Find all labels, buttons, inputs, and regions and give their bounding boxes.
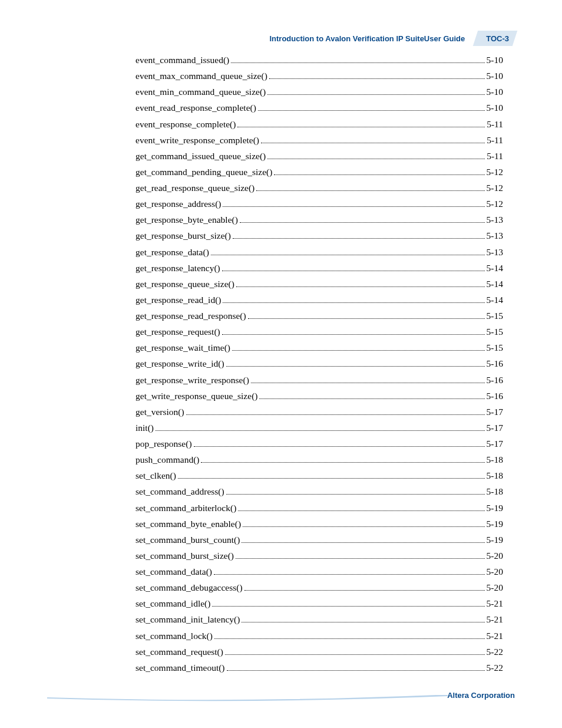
toc-entry[interactable]: get_response_read_id()5-14 xyxy=(135,292,503,308)
toc-entry-label: get_response_read_id() xyxy=(135,292,221,308)
toc-entry-page: 5-14 xyxy=(487,260,503,276)
toc-entry[interactable]: set_command_lock()5-21 xyxy=(135,628,503,644)
toc-entry[interactable]: event_write_response_complete()5-11 xyxy=(135,132,503,148)
toc-entry[interactable]: get_command_issued_queue_size()5-11 xyxy=(135,148,503,164)
toc-entry-label: event_max_command_queue_size() xyxy=(135,68,267,84)
toc-leader-dots xyxy=(156,430,485,431)
toc-leader-dots xyxy=(256,190,484,191)
toc-entry-page: 5-15 xyxy=(487,308,503,324)
toc-entry-label: init() xyxy=(135,420,154,436)
toc-entry-label: event_min_command_queue_size() xyxy=(135,84,266,100)
toc-leader-dots xyxy=(186,414,485,415)
toc-leader-dots xyxy=(212,606,484,607)
toc-entry[interactable]: get_response_queue_size()5-14 xyxy=(135,276,503,292)
toc-entry-label: get_response_data() xyxy=(135,244,209,260)
toc-entry[interactable]: get_write_response_queue_size()5-16 xyxy=(135,388,503,404)
toc-entry-page: 5-20 xyxy=(487,564,503,579)
toc-entry[interactable]: set_command_data()5-20 xyxy=(135,564,503,579)
toc-entry[interactable]: set_command_byte_enable()5-19 xyxy=(135,516,503,532)
toc-entry-label: event_write_response_complete() xyxy=(135,132,259,148)
toc-leader-dots xyxy=(223,206,484,207)
toc-leader-dots xyxy=(227,670,485,671)
toc-entry[interactable]: set_command_request()5-22 xyxy=(135,644,503,660)
toc-leader-dots xyxy=(226,366,485,367)
toc-entry-page: 5-10 xyxy=(487,52,503,68)
page: Introduction to Avalon Verification IP S… xyxy=(0,0,562,728)
page-header: Introduction to Avalon Verification IP S… xyxy=(0,31,515,46)
toc-entry[interactable]: push_command()5-18 xyxy=(135,452,503,467)
header-page-number: TOC-3 xyxy=(486,34,509,43)
toc-entry[interactable]: event_read_response_complete()5-10 xyxy=(135,100,503,116)
toc-entry-page: 5-10 xyxy=(487,100,503,116)
toc-entry[interactable]: get_response_write_id()5-16 xyxy=(135,355,503,371)
page-footer: Altera Corporation xyxy=(47,691,515,700)
toc-entry[interactable]: event_command_issued()5-10 xyxy=(135,52,503,68)
toc-entry-label: set_command_request() xyxy=(135,644,223,660)
toc-leader-dots xyxy=(244,590,485,591)
toc-leader-dots xyxy=(214,638,485,639)
toc-entry-label: set_command_data() xyxy=(135,564,212,579)
toc-entry-page: 5-10 xyxy=(487,68,503,84)
toc-entry[interactable]: get_read_response_queue_size()5-12 xyxy=(135,180,503,196)
toc-entry-page: 5-19 xyxy=(487,500,503,516)
toc-leader-dots xyxy=(258,110,485,111)
toc-entry-page: 5-17 xyxy=(487,420,503,436)
toc-leader-dots xyxy=(240,222,485,223)
toc-entry[interactable]: set_command_address()5-18 xyxy=(135,483,503,499)
toc-entry-page: 5-19 xyxy=(487,516,503,532)
toc-entry-label: set_command_address() xyxy=(135,483,224,499)
toc-entry[interactable]: get_response_read_response()5-15 xyxy=(135,308,503,324)
toc-entry[interactable]: set_command_burst_size()5-20 xyxy=(135,548,503,564)
toc-entry-page: 5-15 xyxy=(487,324,503,340)
toc-leader-dots xyxy=(222,271,485,271)
toc-entry-page: 5-18 xyxy=(487,467,503,483)
toc-entry-page: 5-20 xyxy=(487,548,503,564)
toc-entry-label: get_response_queue_size() xyxy=(135,276,234,292)
toc-entry-label: get_command_pending_queue_size() xyxy=(135,164,272,180)
toc-leader-dots xyxy=(232,350,485,351)
toc-entry[interactable]: set_command_init_latency()5-21 xyxy=(135,611,503,627)
toc-entry-label: set_command_debugaccess() xyxy=(135,579,243,595)
toc-leader-dots xyxy=(236,286,485,287)
toc-entry-label: set_command_burst_count() xyxy=(135,532,240,548)
toc-entry[interactable]: get_response_wait_time()5-15 xyxy=(135,340,503,355)
toc-entry-page: 5-17 xyxy=(487,436,503,452)
toc-leader-dots xyxy=(267,159,485,159)
toc-entry[interactable]: event_max_command_queue_size()5-10 xyxy=(135,68,503,84)
toc-entry-label: pop_response() xyxy=(135,436,192,452)
toc-entry[interactable]: set_command_burst_count()5-19 xyxy=(135,532,503,548)
toc-leader-dots xyxy=(236,558,485,559)
toc-entry[interactable]: get_version()5-17 xyxy=(135,404,503,420)
toc-entry[interactable]: event_response_complete()5-11 xyxy=(135,116,503,132)
toc-entry[interactable]: get_response_byte_enable()5-13 xyxy=(135,212,503,228)
toc-entry[interactable]: get_response_latency()5-14 xyxy=(135,260,503,276)
toc-leader-dots xyxy=(211,255,485,255)
toc-entry-label: get_response_latency() xyxy=(135,260,220,276)
toc-entry[interactable]: set_command_timeout()5-22 xyxy=(135,660,503,676)
toc-entry[interactable]: get_response_data()5-13 xyxy=(135,244,503,260)
toc-entry[interactable]: get_command_pending_queue_size()5-12 xyxy=(135,164,503,180)
toc-entry[interactable]: get_response_request()5-15 xyxy=(135,324,503,340)
toc-entry-page: 5-21 xyxy=(487,595,503,611)
toc-leader-dots xyxy=(178,478,485,479)
toc-entry[interactable]: set_command_idle()5-21 xyxy=(135,595,503,611)
toc-entry-page: 5-11 xyxy=(487,148,503,164)
toc-entry-page: 5-15 xyxy=(487,340,503,355)
toc-entry[interactable]: get_response_burst_size()5-13 xyxy=(135,228,503,243)
toc-entry[interactable]: event_min_command_queue_size()5-10 xyxy=(135,84,503,100)
toc-entry-page: 5-16 xyxy=(487,372,503,388)
toc-entry-page: 5-22 xyxy=(487,644,503,660)
toc-leader-dots xyxy=(242,542,484,543)
toc-entry[interactable]: init()5-17 xyxy=(135,420,503,436)
toc-entry[interactable]: get_response_write_response()5-16 xyxy=(135,372,503,388)
toc-entry-label: get_response_request() xyxy=(135,324,220,340)
toc-entry[interactable]: get_response_address()5-12 xyxy=(135,196,503,212)
toc-entry[interactable]: set_command_debugaccess()5-20 xyxy=(135,579,503,595)
toc-leader-dots xyxy=(226,494,485,495)
toc-entry[interactable]: pop_response()5-17 xyxy=(135,436,503,452)
toc-entry-page: 5-22 xyxy=(487,660,503,676)
toc-entry[interactable]: set_clken()5-18 xyxy=(135,467,503,483)
toc-entry-label: get_response_address() xyxy=(135,196,221,212)
toc-leader-dots xyxy=(225,654,485,655)
toc-entry[interactable]: set_command_arbiterlock()5-19 xyxy=(135,500,503,516)
